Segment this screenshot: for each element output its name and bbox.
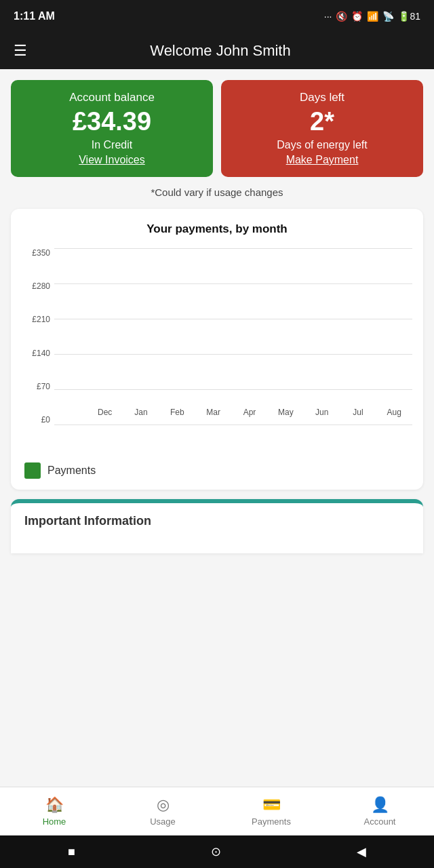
days-left-card: Days left 2* Days of energy left Make Pa… [221, 80, 423, 177]
x-label-jun: Jun [304, 408, 340, 417]
chart-x-labels: Dec Jan Feb Mar Apr May Jun Jul Aug [87, 400, 412, 425]
bottom-nav: 🏠 Home ◎ Usage 💳 Payments 👤 Account [0, 787, 434, 835]
days-sub: Days of energy left [277, 139, 367, 151]
chart-legend: Payments [22, 462, 412, 479]
bars-container [54, 248, 412, 425]
header-title: Welcome John Smith [41, 42, 420, 60]
chart-area: £350 £280 £210 £140 £70 £0 [22, 248, 412, 452]
nav-usage-label: Usage [150, 816, 176, 827]
info-card: Important Information [11, 499, 423, 553]
days-value: 2* [310, 107, 334, 136]
payments-icon: 💳 [262, 796, 281, 814]
home-icon: 🏠 [45, 796, 64, 814]
nav-usage[interactable]: ◎ Usage [108, 787, 217, 835]
y-label-350: £350 [32, 248, 50, 258]
x-label-dec: Dec [87, 408, 123, 417]
alarm-icon: ⏰ [351, 11, 363, 22]
mute-icon: 🔇 [336, 11, 347, 22]
android-back-btn[interactable]: ◀ [357, 844, 366, 859]
y-label-210: £210 [32, 315, 50, 324]
balance-value: £34.39 [73, 107, 151, 136]
legend-color-box [24, 462, 41, 479]
chart-y-axis: £350 £280 £210 £140 £70 £0 [22, 248, 54, 425]
y-label-140: £140 [32, 349, 50, 358]
chart-title: Your payments, by month [22, 222, 412, 236]
menu-button[interactable]: ☰ [14, 42, 27, 60]
y-label-0: £0 [41, 415, 50, 425]
nav-account[interactable]: 👤 Account [326, 787, 434, 835]
main-content: Account balance £34.39 In Credit View In… [0, 69, 434, 553]
legend-label: Payments [47, 465, 96, 477]
x-label-aug: Aug [376, 408, 412, 417]
balance-sub: In Credit [92, 139, 132, 151]
x-label-mar: Mar [195, 408, 231, 417]
status-time: 1:11 AM [14, 10, 55, 22]
ellipsis-icon: ··· [324, 11, 332, 22]
x-label-jul: Jul [340, 408, 376, 417]
nav-home-label: Home [43, 816, 66, 827]
nav-payments-label: Payments [252, 816, 291, 827]
app-header: ☰ Welcome John Smith [0, 33, 434, 69]
android-circle-btn[interactable]: ⊙ [211, 844, 221, 859]
info-card-title: Important Information [24, 514, 410, 528]
usage-icon: ◎ [157, 796, 170, 814]
x-label-apr: Apr [231, 408, 267, 417]
account-balance-card: Account balance £34.39 In Credit View In… [11, 80, 213, 177]
grid-line-0 [54, 425, 412, 425]
nav-account-label: Account [364, 816, 396, 827]
y-label-70: £70 [37, 382, 50, 391]
account-icon: 👤 [371, 796, 389, 814]
balance-label: Account balance [69, 91, 155, 104]
make-payment-link[interactable]: Make Payment [286, 154, 359, 166]
view-invoices-link[interactable]: View Invoices [79, 154, 145, 166]
cards-row: Account balance £34.39 In Credit View In… [11, 80, 423, 177]
wifi-icon: 📡 [382, 11, 394, 22]
android-square-btn[interactable]: ■ [68, 845, 75, 859]
status-bar: 1:11 AM ··· 🔇 ⏰ 📶 📡 🔋81 [0, 0, 434, 33]
battery-icon: 🔋81 [398, 11, 420, 22]
chart-grid-bars: Dec Jan Feb Mar Apr May Jun Jul Aug [54, 248, 412, 425]
payments-chart-card: Your payments, by month £350 £280 £210 £… [11, 209, 423, 490]
signal-icon: 📶 [367, 11, 378, 22]
status-icons: ··· 🔇 ⏰ 📶 📡 🔋81 [324, 11, 420, 22]
y-label-280: £280 [32, 281, 50, 291]
x-label-may: May [268, 408, 304, 417]
days-label: Days left [300, 91, 344, 104]
x-label-jan: Jan [123, 408, 159, 417]
android-nav-bar: ■ ⊙ ◀ [0, 835, 434, 868]
x-label-feb: Feb [159, 408, 195, 417]
nav-home[interactable]: 🏠 Home [0, 787, 108, 835]
disclaimer-text: *Could vary if usage changes [11, 186, 423, 198]
nav-payments[interactable]: 💳 Payments [217, 787, 326, 835]
